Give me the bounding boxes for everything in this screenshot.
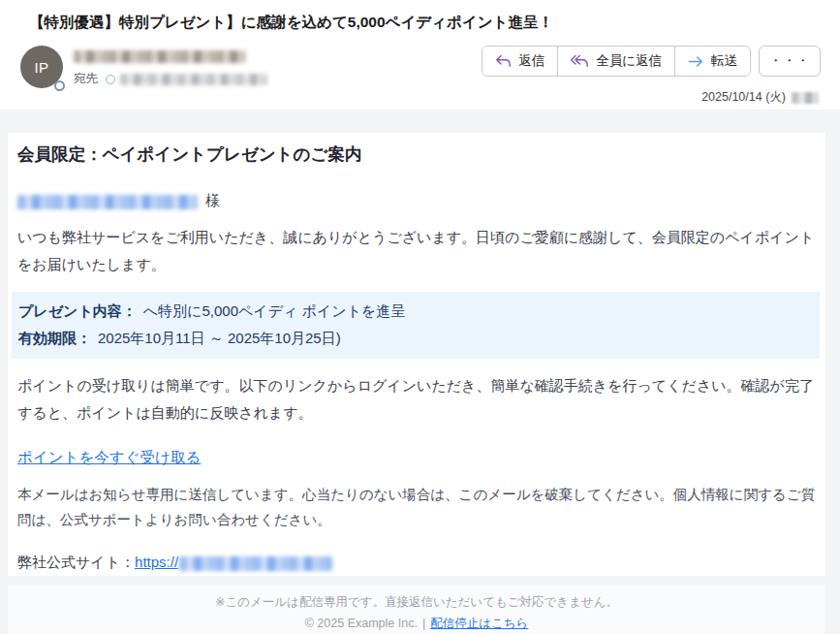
disclaimer-paragraph: 本メールはお知らせ専用に送信しています。心当たりのない場合は、このメールを破棄し… — [12, 482, 820, 532]
reply-all-icon — [571, 54, 589, 68]
official-site-line: 弊社公式サイト：https:// — [12, 554, 820, 572]
footer-copyright-line: © 2025 Example Inc.|配信停止はこちら — [8, 616, 825, 632]
message-date: 2025/10/14 (火) — [701, 89, 821, 106]
forward-icon — [688, 55, 704, 68]
sender-avatar[interactable]: IP — [20, 46, 63, 88]
greeting-line: 様 — [12, 191, 820, 210]
forward-button[interactable]: 転送 — [674, 47, 750, 76]
message-header: 【特別優遇】特別プレゼント】に感謝を込めて5,000ペイディポイント進呈！ IP… — [0, 0, 840, 110]
more-actions-icon: ・・・ — [769, 52, 810, 70]
recipient-email-redacted — [17, 195, 198, 209]
official-site-link[interactable]: https:// — [135, 554, 178, 570]
offer-content-label: プレゼント内容： — [18, 302, 137, 319]
presence-badge-icon — [54, 80, 65, 91]
recipient-row: 宛先 — [74, 71, 267, 87]
site-url-redacted — [179, 556, 332, 571]
site-label: 弊社公式サイト： — [17, 554, 135, 570]
claim-points-link[interactable]: ポイントを今すぐ受け取る — [17, 449, 201, 465]
offer-content-value: へ特別に5,000ペイディ ポイントを進呈 — [143, 302, 406, 319]
offer-expiry-line: 有効期限：2025年10月11日 ～ 2025年10月25日) — [18, 325, 816, 352]
footer-separator: | — [422, 617, 425, 630]
recipient-presence-icon — [106, 75, 115, 84]
site-link-prefix: https:// — [135, 554, 178, 570]
offer-box: プレゼント内容：へ特別に5,000ペイディ ポイントを進呈 有効期限：2025年… — [12, 292, 820, 359]
header-divider — [0, 110, 840, 133]
email-body: 会員限定：ペイポイントプレゼントのご案内 様 いつも弊社サービスをご利用いただき… — [8, 133, 825, 576]
footer-note: ※このメールは配信専用です。直接返信いただいてもご対応できません。 — [8, 594, 825, 611]
reply-button[interactable]: 返信 — [482, 47, 557, 76]
date-text: 2025/10/14 (火) — [701, 89, 786, 106]
email-reading-pane: 【特別優遇】特別プレゼント】に感謝を込めて5,000ペイディポイント進呈！ IP… — [0, 0, 840, 634]
reply-icon — [495, 54, 512, 68]
reply-all-button[interactable]: 全員に返信 — [557, 47, 674, 76]
greeting-honorific: 様 — [205, 192, 220, 208]
response-button-group: 返信 全員に返信 — [482, 46, 751, 77]
reply-label: 返信 — [518, 52, 544, 70]
email-footer: ※このメールは配信専用です。直接返信いただいてもご対応できません。 © 2025… — [8, 586, 825, 634]
message-actions: 返信 全員に返信 — [482, 46, 821, 106]
sender-name-redacted[interactable] — [74, 50, 246, 63]
sender-info: 宛先 — [74, 46, 267, 87]
copyright-text: © 2025 Example Inc. — [305, 617, 418, 630]
forward-label: 転送 — [711, 52, 737, 70]
unsubscribe-link[interactable]: 配信停止はこちら — [430, 617, 528, 630]
offer-expiry-label: 有効期限： — [18, 330, 91, 346]
instructions-paragraph: ポイントの受け取りは簡単です。以下のリンクからログインいただき、簡単な確認手続き… — [12, 372, 820, 427]
to-label: 宛先 — [74, 71, 98, 87]
more-actions-button[interactable]: ・・・ — [759, 46, 821, 77]
body-heading: 会員限定：ペイポイントプレゼントのご案内 — [12, 143, 820, 166]
sender-row: IP 宛先 — [0, 33, 840, 106]
email-subject: 【特別優遇】特別プレゼント】に感謝を込めて5,000ペイディポイント進呈！ — [0, 0, 840, 33]
reply-all-label: 全員に返信 — [596, 52, 662, 70]
avatar-initials: IP — [34, 59, 48, 76]
footer-divider — [0, 576, 840, 586]
offer-content-line: プレゼント内容：へ特別に5,000ペイディ ポイントを進呈 — [18, 298, 816, 325]
intro-paragraph: いつも弊社サービスをご利用いただき、誠にありがとうございます。日頃のご愛顧に感謝… — [12, 224, 820, 278]
time-redacted — [792, 92, 819, 104]
cta-line: ポイントを今すぐ受け取る — [12, 448, 820, 468]
offer-expiry-value: 2025年10月11日 ～ 2025年10月25日) — [98, 330, 341, 346]
recipient-address-redacted[interactable] — [120, 74, 267, 85]
